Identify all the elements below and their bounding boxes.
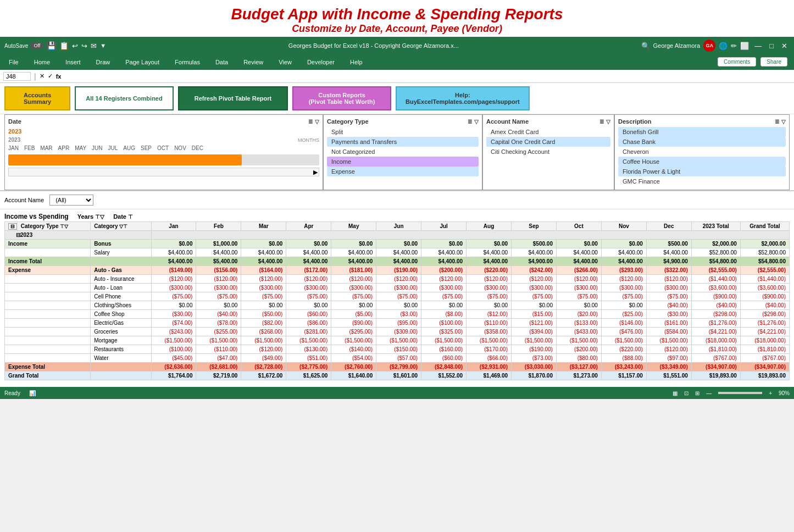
cell-nov: ($146.00) [601, 319, 646, 328]
account-item-capital-one[interactable]: Capital One Credit Card [486, 137, 610, 147]
month-mar[interactable]: MAR [40, 145, 52, 151]
redo-icon[interactable]: ↪ [81, 42, 87, 50]
zoom-plus-icon[interactable]: + [769, 390, 772, 396]
cell-apr: ($86.00) [286, 319, 331, 328]
zoom-minus-icon[interactable]: — [706, 390, 712, 396]
cell-reference-input[interactable] [3, 72, 31, 81]
undo-icon[interactable]: ↩ [72, 42, 78, 50]
date-filter-header: Date ≣ ▽ [8, 118, 319, 125]
page-break-icon[interactable]: ⊞ [695, 390, 699, 396]
cancel-formula-icon[interactable]: ✕ [40, 73, 45, 80]
autosave-badge[interactable]: Off [30, 42, 43, 49]
help-button[interactable]: Help: BuyExcelTemplates.com/pages/suppor… [396, 86, 530, 110]
ribbon-file[interactable]: File [7, 58, 21, 66]
month-feb[interactable]: FEB [24, 145, 35, 151]
custom-reports-button[interactable]: Custom Reports (Pivot Table Net Worth) [292, 86, 391, 110]
month-nov[interactable]: NOV [174, 145, 186, 151]
category-item-income[interactable]: Income [327, 157, 479, 167]
ribbon-developer[interactable]: Developer [305, 58, 337, 66]
refresh-button[interactable]: Refresh Pivot Table Report [178, 86, 288, 110]
pivot-section: Income vs Spending Years ⊤▽ Date ⊤ ⊟ Cat… [0, 209, 794, 385]
account-item-amex[interactable]: Amex Credit Card [486, 127, 610, 137]
category-item-payments[interactable]: Payments and Transfers [327, 137, 479, 147]
desc-item-cheveron[interactable]: Cheveron [618, 147, 786, 157]
ribbon-help[interactable]: Help [348, 58, 365, 66]
ribbon-page-layout[interactable]: Page Layout [123, 58, 162, 66]
ribbon-review[interactable]: Review [241, 58, 265, 66]
desc-item-gmc[interactable]: GMC Finance [618, 176, 786, 186]
ready-label: Ready [4, 390, 20, 396]
close-button[interactable]: ✕ [779, 42, 790, 50]
category-filter-expand-icon[interactable]: ≣ [468, 119, 472, 125]
search-icon[interactable]: 🔍 [641, 42, 650, 50]
collapse-button[interactable]: ⊟ [8, 223, 17, 230]
save-icon[interactable]: 💾 [47, 41, 56, 50]
account-name-dropdown[interactable]: (All) [49, 195, 93, 206]
date-filter-icon2[interactable]: ⊤ [128, 214, 133, 220]
month-jun[interactable]: JUN [92, 145, 102, 151]
col-category-header[interactable]: Category ▽⊤ [91, 222, 151, 231]
cell-total: ($298.00) [691, 310, 740, 319]
category-filter-funnel-icon[interactable]: ▽ [474, 119, 479, 125]
formula-input[interactable] [64, 73, 791, 80]
dropdown-icon[interactable]: ▼ [100, 42, 106, 49]
expand-icon[interactable]: ⬜ [740, 42, 749, 50]
share-button[interactable]: Share [760, 57, 787, 66]
month-apr[interactable]: APR [58, 145, 70, 151]
date-scrollbar[interactable]: ▶ [8, 168, 319, 176]
normal-view-icon[interactable]: ▦ [673, 390, 678, 396]
registers-button[interactable]: All 14 Registers Combined [75, 86, 174, 110]
comments-button[interactable]: Comments [718, 57, 756, 66]
date-year[interactable]: 2023 [8, 127, 319, 136]
category-item-split[interactable]: Split [327, 127, 479, 137]
desc-item-bonefish[interactable]: Bonefish Grill [618, 127, 786, 137]
description-filter-funnel-icon[interactable]: ▽ [781, 119, 786, 125]
date-filter-expand-icon[interactable]: ≣ [308, 119, 313, 125]
category-item-expense[interactable]: Expense [327, 167, 479, 176]
save-copy-icon[interactable]: 📋 [59, 41, 69, 50]
col-category-filter-icon[interactable]: ▽⊤ [119, 224, 127, 229]
years-filter-icon[interactable]: ⊤▽ [95, 214, 104, 220]
confirm-formula-icon[interactable]: ✓ [48, 73, 53, 80]
ribbon-home[interactable]: Home [32, 58, 52, 66]
date-filter-funnel-icon[interactable]: ▽ [315, 119, 319, 125]
ribbon-view[interactable]: View [276, 58, 294, 66]
maximize-button[interactable]: □ [767, 42, 776, 50]
desc-item-fpl[interactable]: Florida Power & Light [618, 167, 786, 176]
month-may[interactable]: MAY [75, 145, 86, 151]
accounts-summary-button[interactable]: Accounts Summary [4, 86, 70, 110]
cell-oct: ($433.00) [556, 328, 601, 336]
month-jul[interactable]: JUL [108, 145, 118, 151]
category-item-not-categorized[interactable]: Not Categorized [327, 147, 479, 157]
account-filter-expand-icon[interactable]: ≣ [599, 119, 604, 125]
month-aug[interactable]: AUG [123, 145, 135, 151]
col-type-header[interactable]: ⊟ Category Type ⊤▽ [5, 222, 91, 231]
month-jan[interactable]: JAN [8, 145, 19, 151]
month-sep[interactable]: SEP [141, 145, 152, 151]
pen-icon[interactable]: ✏ [731, 42, 737, 50]
col-type-filter-icon[interactable]: ⊤▽ [60, 224, 68, 229]
email-icon[interactable]: ✉ [91, 42, 97, 50]
month-oct[interactable]: OCT [157, 145, 169, 151]
ribbon-formulas[interactable]: Formulas [173, 58, 202, 66]
ribbon-draw[interactable]: Draw [94, 58, 113, 66]
desc-item-chase[interactable]: Chase Bank [618, 137, 786, 147]
page-layout-icon[interactable]: ⊡ [684, 390, 688, 396]
account-filter-funnel-icon[interactable]: ▽ [606, 119, 610, 125]
globe-icon[interactable]: 🌐 [719, 42, 728, 50]
cell-jul: $1,552.00 [421, 372, 467, 380]
ribbon-insert[interactable]: Insert [63, 58, 83, 66]
cell-jan: ($75.00) [151, 292, 196, 301]
cell-apr: ($51.00) [286, 354, 331, 363]
zoom-bar[interactable] [718, 392, 762, 394]
desc-item-coffee[interactable]: Coffee House [618, 157, 786, 167]
scroll-right-icon[interactable]: ▶ [313, 169, 318, 176]
month-dec[interactable]: DEC [192, 145, 203, 151]
cell-grand: ($767.00) [740, 354, 789, 363]
ribbon-data[interactable]: Data [213, 58, 230, 66]
description-filter-expand-icon[interactable]: ≣ [775, 119, 779, 125]
minimize-button[interactable]: — [752, 42, 764, 50]
formula-icon[interactable]: fx [56, 73, 62, 80]
cell-dec: ($120.00) [646, 275, 691, 284]
account-item-citi[interactable]: Citi Checking Account [486, 147, 610, 157]
